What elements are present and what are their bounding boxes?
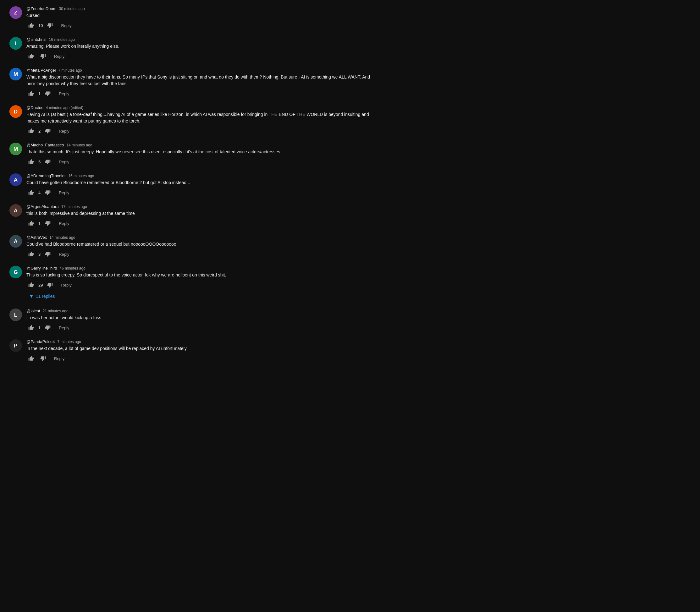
comment-header: @AstraVex14 minutes ago bbox=[26, 235, 374, 240]
like-count: 29 bbox=[38, 283, 43, 288]
comment-timestamp: 21 minutes ago bbox=[43, 309, 69, 313]
thumbup-icon bbox=[28, 356, 34, 361]
comment-text: What a big disconnection they have to th… bbox=[26, 74, 374, 87]
comment-text: cursed bbox=[26, 12, 374, 19]
comment-actions: 5Reply bbox=[26, 158, 374, 166]
like-count: 3 bbox=[38, 252, 41, 257]
comment-actions: 1Reply bbox=[26, 324, 374, 332]
dislike-button[interactable] bbox=[43, 324, 53, 332]
comment-body: @isntchrisl16 minutes agoAmazing. Please… bbox=[26, 37, 374, 60]
reply-button[interactable]: Reply bbox=[52, 53, 67, 60]
comment-item: M@MetalPcAngel7 minutes agoWhat a big di… bbox=[10, 68, 374, 98]
avatar-svg: M bbox=[10, 143, 22, 155]
comment-username[interactable]: @GarryTheThird bbox=[26, 266, 57, 270]
comment-header: @lolcat21 minutes ago bbox=[26, 308, 374, 313]
like-button[interactable] bbox=[26, 324, 36, 332]
comment-timestamp: 7 minutes ago bbox=[57, 339, 81, 344]
comment-username[interactable]: @ArgeuAlcantara bbox=[26, 204, 59, 209]
svg-text:A: A bbox=[14, 177, 18, 183]
comment-timestamp: 16 minutes ago bbox=[49, 37, 75, 42]
avatar-svg: D bbox=[10, 105, 22, 118]
thumbup-icon bbox=[28, 282, 34, 288]
like-button[interactable] bbox=[26, 281, 36, 289]
comment-body: @ArgeuAlcantara17 minutes agothis is bot… bbox=[26, 204, 374, 227]
like-button[interactable] bbox=[26, 250, 36, 258]
dislike-button[interactable] bbox=[43, 250, 53, 258]
comment-header: @MetalPcAngel7 minutes ago bbox=[26, 68, 374, 73]
reply-button[interactable]: Reply bbox=[56, 251, 72, 258]
replies-toggle-button[interactable]: ▼11 replies bbox=[26, 292, 57, 301]
comment-username[interactable]: @Macho_Fantastico bbox=[26, 143, 64, 147]
like-button[interactable] bbox=[26, 52, 36, 60]
avatar: L bbox=[10, 308, 22, 321]
comment-text: Having AI is (at best!) a tone-deaf thin… bbox=[26, 111, 374, 124]
comment-username[interactable]: @isntchrisl bbox=[26, 37, 46, 42]
comment-body: @Macho_Fantastico14 minutes agoI hate th… bbox=[26, 143, 374, 166]
comment-timestamp: 30 minutes ago bbox=[59, 6, 85, 11]
comment-username[interactable]: @AstraVex bbox=[26, 235, 47, 240]
comment-text: this is both impressive and depressing a… bbox=[26, 210, 374, 217]
like-button[interactable] bbox=[26, 354, 36, 363]
reply-button[interactable]: Reply bbox=[56, 220, 72, 227]
comment-body: @GarryTheThird46 minutes agoThis is so f… bbox=[26, 266, 374, 301]
like-button[interactable] bbox=[26, 22, 36, 29]
thumbup-icon bbox=[28, 23, 34, 28]
comment-timestamp: 17 minutes ago bbox=[61, 205, 87, 209]
thumbup-icon bbox=[28, 251, 34, 257]
dislike-button[interactable] bbox=[43, 219, 53, 227]
svg-text:M: M bbox=[14, 146, 18, 152]
like-button[interactable] bbox=[26, 158, 36, 166]
reply-button[interactable]: Reply bbox=[56, 127, 72, 135]
comment-actions: 1Reply bbox=[26, 89, 374, 98]
reply-button[interactable]: Reply bbox=[58, 22, 74, 29]
thumbup-icon bbox=[28, 91, 34, 96]
comment-username[interactable]: @lolcat bbox=[26, 308, 40, 313]
comment-header: @PandaPulse47 minutes ago bbox=[26, 339, 374, 344]
reply-button[interactable]: Reply bbox=[56, 189, 72, 196]
dislike-button[interactable] bbox=[38, 52, 48, 60]
comment-item: L@lolcat21 minutes agoif i was her actor… bbox=[10, 308, 374, 332]
dislike-button[interactable] bbox=[45, 22, 55, 29]
comment-username[interactable]: @MetalPcAngel bbox=[26, 68, 56, 73]
comment-timestamp: 4 minutes ago (edited) bbox=[46, 106, 83, 110]
avatar-svg: A bbox=[10, 173, 22, 186]
thumbdown-icon bbox=[45, 221, 51, 226]
dislike-button[interactable] bbox=[38, 354, 48, 363]
reply-button[interactable]: Reply bbox=[58, 281, 74, 289]
comment-body: @ZentrionDoom30 minutes agocursed10Reply bbox=[26, 6, 374, 29]
comment-actions: Reply bbox=[26, 354, 374, 363]
reply-button[interactable]: Reply bbox=[52, 355, 67, 362]
avatar: I bbox=[10, 37, 22, 50]
reply-button[interactable]: Reply bbox=[56, 324, 72, 332]
svg-text:A: A bbox=[14, 238, 18, 245]
comment-text: Could have gotten Bloodborne remastered … bbox=[26, 179, 374, 186]
like-button[interactable] bbox=[26, 127, 36, 135]
comment-username[interactable]: @ADreamingTraveler bbox=[26, 173, 66, 178]
reply-button[interactable]: Reply bbox=[56, 158, 72, 166]
like-button[interactable] bbox=[26, 189, 36, 197]
comment-username[interactable]: @ZentrionDoom bbox=[26, 6, 57, 11]
thumbdown-icon bbox=[45, 128, 51, 134]
dislike-button[interactable] bbox=[43, 189, 53, 197]
dislike-button[interactable] bbox=[43, 89, 53, 98]
comment-item: A@ArgeuAlcantara17 minutes agothis is bo… bbox=[10, 204, 374, 227]
comment-item: I@isntchrisl16 minutes agoAmazing. Pleas… bbox=[10, 37, 374, 60]
like-count: 10 bbox=[38, 23, 43, 28]
comment-username[interactable]: @Ductos bbox=[26, 105, 43, 110]
dislike-button[interactable] bbox=[43, 127, 53, 135]
dislike-button[interactable] bbox=[45, 281, 55, 289]
like-count: 4 bbox=[38, 190, 41, 195]
reply-button[interactable]: Reply bbox=[56, 90, 72, 97]
comment-body: @MetalPcAngel7 minutes agoWhat a big dis… bbox=[26, 68, 374, 98]
dislike-button[interactable] bbox=[43, 158, 53, 166]
like-button[interactable] bbox=[26, 89, 36, 98]
thumbup-icon bbox=[28, 128, 34, 134]
like-button[interactable] bbox=[26, 219, 36, 227]
svg-text:D: D bbox=[14, 109, 18, 115]
comment-username[interactable]: @PandaPulse4 bbox=[26, 339, 55, 344]
avatar: D bbox=[10, 105, 22, 118]
thumbdown-icon bbox=[47, 282, 53, 288]
thumbup-icon bbox=[28, 159, 34, 165]
thumbdown-icon bbox=[40, 53, 46, 59]
avatar: G bbox=[10, 266, 22, 278]
